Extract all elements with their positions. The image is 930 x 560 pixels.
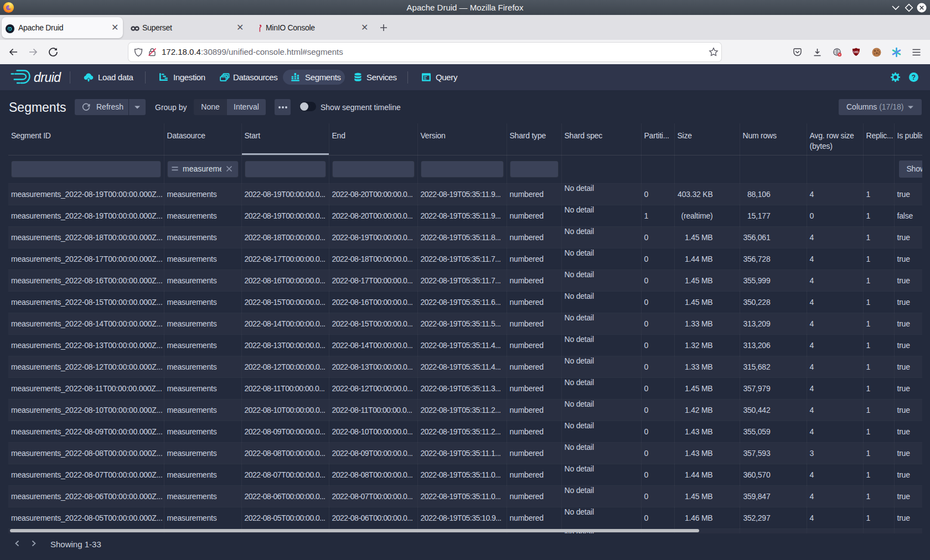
svg-text:?: ? — [912, 74, 916, 81]
svg-text:UO: UO — [854, 50, 859, 54]
